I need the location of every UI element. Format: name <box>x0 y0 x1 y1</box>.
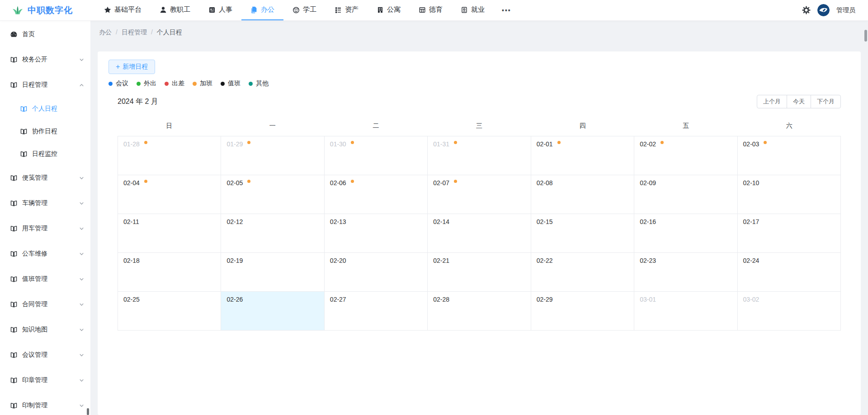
schedule-dot <box>247 141 250 144</box>
calendar-cell-02-24[interactable]: 02-24 <box>738 253 841 292</box>
app-title: 中职数字化 <box>28 5 73 16</box>
legend-dot <box>137 82 141 86</box>
breadcrumb-item[interactable]: 办公 <box>99 28 112 37</box>
chevron-down-icon <box>79 252 84 256</box>
calendar-cell-03-02[interactable]: 03-02 <box>738 292 841 331</box>
sidebar-item-便笺管理[interactable]: 便笺管理 <box>0 165 90 191</box>
schedule-dot <box>764 141 767 144</box>
calendar-cell-01-31[interactable]: 01-31 <box>428 136 531 175</box>
calendar-cell-02-11[interactable]: 02-11 <box>118 214 221 253</box>
calendar-cell-02-19[interactable]: 02-19 <box>221 253 324 292</box>
nav-item-德育[interactable]: 德育 <box>410 0 452 20</box>
sidebar-item-校务公开[interactable]: 校务公开 <box>0 47 90 72</box>
calendar-cell-01-30[interactable]: 01-30 <box>325 136 428 175</box>
calendar-cell-02-23[interactable]: 02-23 <box>634 253 737 292</box>
sidebar-item-合同管理[interactable]: 合同管理 <box>0 292 90 317</box>
nav-item-基础平台[interactable]: 基础平台 <box>95 0 151 20</box>
calendar-cell-02-06[interactable]: 02-06 <box>325 175 428 214</box>
sidebar-subitem-协作日程[interactable]: 协作日程 <box>0 120 90 143</box>
sidebar-item-日程管理[interactable]: 日程管理 <box>0 72 90 98</box>
sidebar-item-公车维修[interactable]: 公车维修 <box>0 241 90 266</box>
book-icon <box>10 174 18 182</box>
calendar-cell-02-26[interactable]: 02-26 <box>221 292 324 331</box>
legend-dot <box>193 82 197 86</box>
cell-date-label: 02-08 <box>537 179 553 187</box>
calendar-cell-02-03[interactable]: 02-03 <box>738 136 841 175</box>
calendar-cell-02-10[interactable]: 02-10 <box>738 175 841 214</box>
calendar-cell-02-09[interactable]: 02-09 <box>634 175 737 214</box>
user-menu[interactable]: 管理员 <box>836 6 855 14</box>
calendar-cell-02-14[interactable]: 02-14 <box>428 214 531 253</box>
calendar-cell-01-28[interactable]: 01-28 <box>118 136 221 175</box>
calendar-cell-02-01[interactable]: 02-01 <box>531 136 634 175</box>
app-logo[interactable]: 中职数字化 <box>0 0 95 20</box>
calendar-cell-02-15[interactable]: 02-15 <box>531 214 634 253</box>
nav-item-人事[interactable]: 人事 <box>199 0 241 20</box>
calendar-cell-02-13[interactable]: 02-13 <box>325 214 428 253</box>
sidebar-item-印制管理[interactable]: 印制管理 <box>0 393 90 415</box>
cell-date-label: 02-28 <box>433 296 449 303</box>
cell-date-label: 02-07 <box>433 179 449 187</box>
weekday-label: 日 <box>118 122 221 130</box>
sidebar-item-值班管理[interactable]: 值班管理 <box>0 266 90 292</box>
calendar-cell-02-04[interactable]: 02-04 <box>118 175 221 214</box>
sidebar-item-会议管理[interactable]: 会议管理 <box>0 342 90 368</box>
prev-month-button[interactable]: 上个月 <box>757 95 787 108</box>
nav-item-教职工[interactable]: 教职工 <box>151 0 199 20</box>
cell-date-label: 01-31 <box>433 140 449 148</box>
book-icon <box>10 377 18 384</box>
calendar-cell-02-29[interactable]: 02-29 <box>531 292 634 331</box>
calendar-cell-02-28[interactable]: 02-28 <box>428 292 531 331</box>
add-schedule-button[interactable]: + 新增日程 <box>108 60 155 74</box>
nav-item-学工[interactable]: 学工 <box>283 0 326 20</box>
sidebar-scrollbar[interactable] <box>87 408 89 415</box>
more-icon[interactable]: ••• <box>494 0 519 20</box>
calendar-cell-02-07[interactable]: 02-07 <box>428 175 531 214</box>
nav-item-资产[interactable]: 资产 <box>326 0 368 20</box>
calendar-cell-02-18[interactable]: 02-18 <box>118 253 221 292</box>
book-icon <box>10 275 18 283</box>
calendar-cell-03-01[interactable]: 03-01 <box>634 292 737 331</box>
sidebar-item-用车管理[interactable]: 用车管理 <box>0 216 90 241</box>
user-avatar[interactable] <box>817 4 830 16</box>
page-scrollbar-thumb[interactable] <box>864 30 867 42</box>
calendar-grid: 01-2801-2901-3001-3102-0102-0202-0302-04… <box>118 136 841 331</box>
calendar-cell-02-20[interactable]: 02-20 <box>325 253 428 292</box>
sidebar-item-首页[interactable]: 首页 <box>0 22 90 47</box>
sidebar-subitem-日程监控[interactable]: 日程监控 <box>0 143 90 165</box>
calendar-cell-02-25[interactable]: 02-25 <box>118 292 221 331</box>
calendar-cell-02-12[interactable]: 02-12 <box>221 214 324 253</box>
calendar-cell-02-17[interactable]: 02-17 <box>738 214 841 253</box>
grid-icon <box>419 6 426 14</box>
sidebar-item-label: 日程管理 <box>22 81 47 89</box>
nav-item-办公[interactable]: 办公 <box>241 0 283 20</box>
calendar-cell-02-21[interactable]: 02-21 <box>428 253 531 292</box>
calendar-cell-02-22[interactable]: 02-22 <box>531 253 634 292</box>
calendar-cell-01-29[interactable]: 01-29 <box>221 136 324 175</box>
breadcrumb-item[interactable]: 日程管理 <box>122 28 147 37</box>
page-scrollbar[interactable] <box>863 21 868 415</box>
sidebar-item-知识地图[interactable]: 知识地图 <box>0 317 90 342</box>
calendar-cell-02-02[interactable]: 02-02 <box>634 136 737 175</box>
person-icon <box>160 6 167 14</box>
sidebar-item-印章管理[interactable]: 印章管理 <box>0 368 90 393</box>
cell-date-label: 02-05 <box>226 179 243 187</box>
calendar-cell-02-16[interactable]: 02-16 <box>634 214 737 253</box>
today-button[interactable]: 今天 <box>787 95 811 108</box>
calendar-cell-02-05[interactable]: 02-05 <box>221 175 324 214</box>
sidebar: 首页校务公开日程管理个人日程协作日程日程监控便笺管理车辆管理用车管理公车维修值班… <box>0 21 90 415</box>
gear-icon[interactable] <box>802 6 811 14</box>
nav-item-就业[interactable]: 就业 <box>452 0 494 20</box>
cell-date-label: 02-11 <box>123 218 139 225</box>
nav-item-label: 公寓 <box>387 5 401 14</box>
calendar-cell-02-08[interactable]: 02-08 <box>531 175 634 214</box>
nav-item-公寓[interactable]: 公寓 <box>368 0 410 20</box>
legend-item-出差: 出差 <box>165 79 184 88</box>
next-month-button[interactable]: 下个月 <box>811 95 841 108</box>
sidebar-item-label: 日程监控 <box>32 150 57 158</box>
sidebar-item-车辆管理[interactable]: 车辆管理 <box>0 191 90 216</box>
calendar-cell-02-27[interactable]: 02-27 <box>325 292 428 331</box>
schedule-dot <box>144 141 147 144</box>
legend-item-值班: 值班 <box>221 79 241 88</box>
sidebar-subitem-个人日程[interactable]: 个人日程 <box>0 98 90 120</box>
